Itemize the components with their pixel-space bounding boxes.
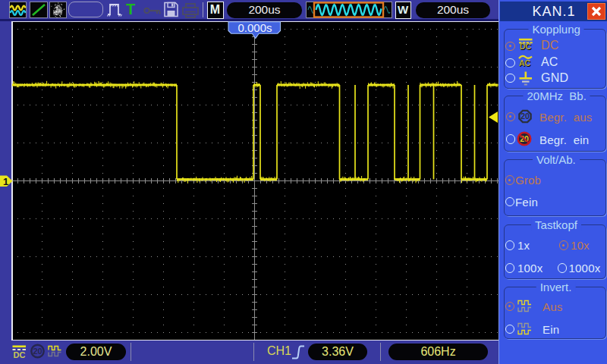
svg-text:DC: DC bbox=[520, 42, 532, 51]
svg-text:20: 20 bbox=[33, 347, 42, 356]
svg-text:1: 1 bbox=[3, 176, 8, 187]
svg-text:20: 20 bbox=[521, 111, 530, 121]
svg-text:0.000s: 0.000s bbox=[237, 21, 272, 34]
svg-text:AC: AC bbox=[519, 58, 531, 67]
svg-text:DC: DC bbox=[14, 350, 26, 359]
